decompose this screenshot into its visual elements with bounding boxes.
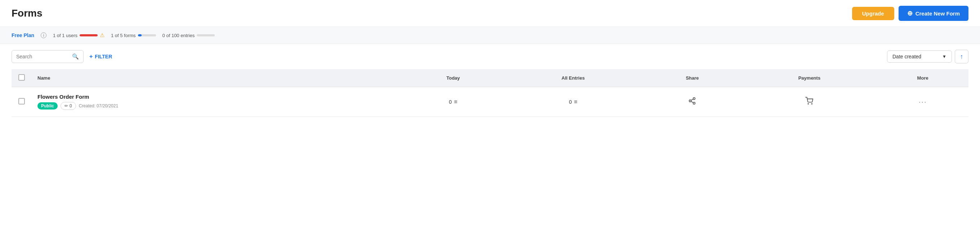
users-stat: 1 of 1 users ⚠ (53, 32, 105, 38)
row-checkbox-cell (11, 87, 32, 117)
header-actions: Upgrade ⊕ Create New Form (852, 6, 969, 21)
chevron-down-icon: ▼ (942, 54, 947, 59)
page-header: Forms Upgrade ⊕ Create New Form (0, 0, 980, 27)
row-all-entries-cell: 0 ≡ (503, 87, 643, 117)
row-today-cell: 0 ≡ (403, 87, 503, 117)
table-body: Flowers Order Form Public ✏ 0 Created: 0… (11, 87, 969, 117)
upgrade-button[interactable]: Upgrade (852, 7, 894, 20)
all-entries-number: 0 (569, 99, 572, 105)
sort-ascending-button[interactable]: ↑ (955, 50, 969, 64)
col-share: Share (643, 69, 741, 87)
table-head: Name Today All Entries Share Payments Mo… (11, 69, 969, 87)
forms-stat: 1 of 5 forms (111, 33, 156, 38)
cart-icon[interactable] (805, 99, 813, 106)
plus-circle-icon: ⊕ (907, 10, 913, 17)
created-date: Created: 07/20/2021 (79, 103, 118, 108)
search-box[interactable]: 🔍 (11, 50, 84, 63)
form-meta: Public ✏ 0 Created: 07/20/2021 (37, 102, 397, 110)
col-more: More (877, 69, 969, 87)
row-payments-cell (742, 87, 877, 117)
toolbar: 🔍 + FILTER Date created ▼ ↑ (0, 44, 980, 69)
today-number: 0 (449, 99, 452, 105)
views-count: 0 (70, 103, 72, 108)
today-count: 0 ≡ (449, 99, 457, 105)
row-checkbox[interactable] (18, 98, 25, 105)
table-header-row: Name Today All Entries Share Payments Mo… (11, 69, 969, 87)
table-row: Flowers Order Form Public ✏ 0 Created: 0… (11, 87, 969, 117)
svg-point-6 (812, 103, 813, 104)
forms-progress-fill (138, 34, 142, 37)
users-progress-fill (80, 34, 98, 37)
forms-table: Name Today All Entries Share Payments Mo… (11, 69, 969, 117)
row-share-cell (643, 87, 741, 117)
table-wrap: Name Today All Entries Share Payments Mo… (0, 69, 980, 128)
col-name: Name (32, 69, 403, 87)
list-icon-today: ≡ (454, 99, 457, 105)
col-payments: Payments (742, 69, 877, 87)
select-all-checkbox[interactable] (18, 74, 25, 81)
free-plan-label: Free Plan (11, 32, 34, 38)
pencil-icon: ✏ (65, 103, 68, 108)
sort-select-wrap[interactable]: Date created ▼ (887, 51, 952, 63)
search-icon: 🔍 (72, 53, 79, 60)
col-today: Today (403, 69, 503, 87)
users-progress-bar (80, 34, 98, 37)
toolbar-right: Date created ▼ ↑ (887, 50, 969, 64)
more-dots-icon[interactable]: ··· (919, 98, 927, 106)
entries-progress-bar (197, 34, 215, 37)
public-badge: Public (37, 102, 58, 110)
col-checkbox (11, 69, 32, 87)
plan-bar: Free Plan i 1 of 1 users ⚠ 1 of 5 forms … (0, 27, 980, 44)
col-all-entries: All Entries (503, 69, 643, 87)
list-icon-entries: ≡ (574, 99, 577, 105)
all-entries-count: 0 ≡ (569, 99, 577, 105)
share-icon[interactable] (688, 99, 696, 106)
search-input[interactable] (16, 54, 69, 59)
entries-stat: 0 of 100 entries (162, 33, 215, 38)
row-more-cell: ··· (877, 87, 969, 117)
row-name-cell: Flowers Order Form Public ✏ 0 Created: 0… (32, 87, 403, 117)
filter-button[interactable]: + FILTER (89, 53, 112, 60)
svg-line-4 (691, 99, 693, 100)
page-title: Forms (11, 8, 43, 19)
form-name[interactable]: Flowers Order Form (37, 94, 397, 100)
info-icon[interactable]: i (41, 32, 46, 38)
warning-icon: ⚠ (100, 32, 105, 38)
forms-progress-bar (138, 34, 156, 37)
toolbar-left: 🔍 + FILTER (11, 50, 112, 63)
filter-plus-icon: + (89, 53, 92, 60)
svg-line-3 (691, 101, 693, 103)
svg-point-5 (808, 103, 809, 104)
views-badge: ✏ 0 (60, 102, 76, 110)
sort-label: Date created (892, 54, 939, 59)
create-form-button[interactable]: ⊕ Create New Form (899, 6, 969, 21)
